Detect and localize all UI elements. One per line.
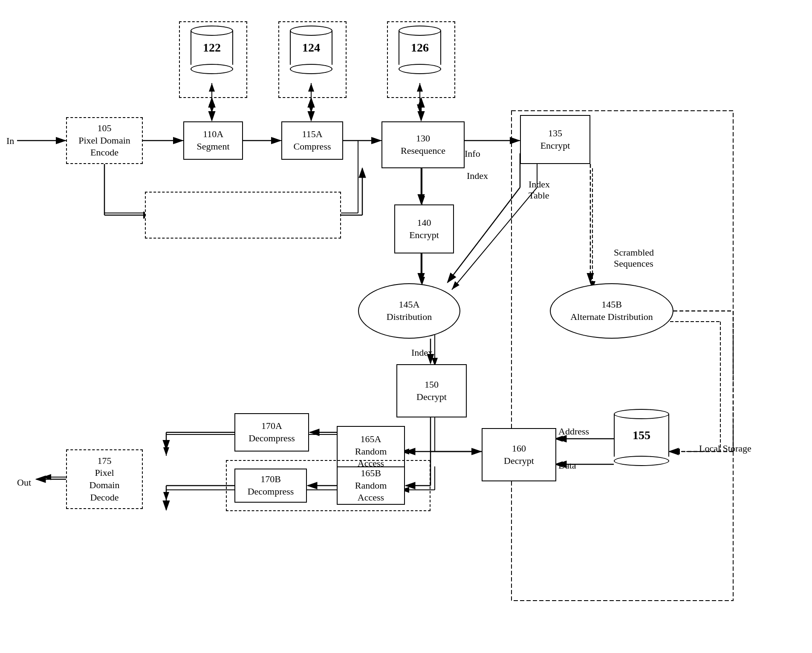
label-address: Address bbox=[558, 426, 589, 437]
box-140-label: 140Encrypt bbox=[409, 217, 439, 241]
box-170a: 170ADecompress bbox=[234, 413, 309, 452]
box-135: 135Encrypt bbox=[520, 115, 590, 164]
svg-line-59 bbox=[448, 187, 520, 282]
cylinder-122: 122 bbox=[191, 26, 233, 74]
cylinder-155: 155 bbox=[614, 409, 669, 466]
box-170a-label: 170ADecompress bbox=[249, 420, 295, 444]
box-115a: 115ACompress bbox=[281, 121, 343, 160]
ellipse-145a: 145ADistribution bbox=[358, 283, 460, 339]
box-160-label: 160Decrypt bbox=[504, 443, 534, 467]
box-130-label: 130Resequence bbox=[401, 132, 445, 157]
box-150: 150Decrypt bbox=[396, 364, 467, 417]
box-160: 160Decrypt bbox=[482, 428, 556, 481]
ellipse-145b-label: 145BAlternate Distribution bbox=[570, 299, 653, 323]
box-175-label: 175PixelDomainDecode bbox=[90, 455, 120, 503]
label-index-130-140: Index bbox=[467, 170, 488, 181]
cylinder-126: 126 bbox=[399, 26, 441, 74]
box-110a-label: 110ASegment bbox=[197, 128, 230, 152]
in-label: In bbox=[6, 135, 14, 147]
ellipse-145b: 145BAlternate Distribution bbox=[550, 283, 673, 339]
svg-line-20 bbox=[452, 187, 537, 290]
label-local-storage: Local Storage bbox=[699, 443, 751, 454]
box-105-label: 105Pixel DomainEncode bbox=[78, 122, 130, 159]
label-index-table: IndexTable bbox=[529, 179, 550, 201]
box-150-label: 150Decrypt bbox=[416, 379, 447, 403]
ellipse-145a-label: 145ADistribution bbox=[387, 299, 432, 323]
box-175: 175PixelDomainDecode bbox=[66, 449, 143, 509]
box-135-label: 135Encrypt bbox=[540, 127, 570, 152]
box-140: 140Encrypt bbox=[394, 204, 454, 253]
box-110a: 110ASegment bbox=[183, 121, 243, 160]
label-scrambled-sequences: ScrambledSequences bbox=[614, 247, 654, 269]
out-label: Out bbox=[17, 477, 31, 488]
outer-box-115b-110b bbox=[145, 192, 341, 239]
box-130: 130Resequence bbox=[381, 121, 465, 168]
cylinder-124: 124 bbox=[290, 26, 332, 74]
label-index-145a-150: Index bbox=[411, 347, 433, 358]
label-info: Info bbox=[465, 148, 480, 159]
box-105: 105Pixel DomainEncode bbox=[66, 117, 143, 164]
box-115a-label: 115ACompress bbox=[294, 128, 331, 152]
outer-box-165b-170b bbox=[226, 460, 431, 511]
label-data: Data bbox=[558, 460, 576, 471]
